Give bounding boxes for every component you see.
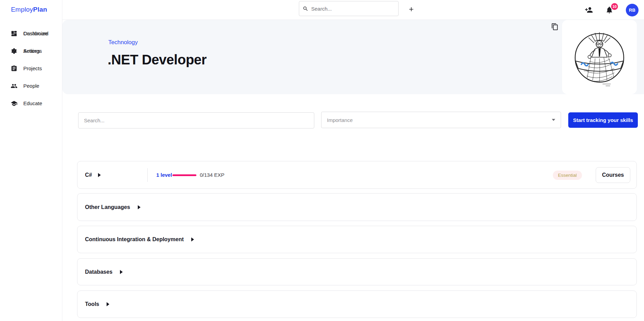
expand-arrow-icon[interactable] [98,173,101,177]
role-banner: Technology .NET Developer [62,20,644,94]
chevron-down-icon [552,119,555,121]
plus-icon [408,6,415,13]
section-card-ci-cd: Continuous Integration & Deployment [77,226,637,253]
skills-search-input[interactable] [78,112,314,128]
section-card-databases: Databases [77,258,637,285]
expand-arrow-icon[interactable] [120,270,123,274]
notification-badge: 10 [610,2,619,11]
tune-sliders-icon [11,30,17,37]
importance-select-label: Importance [327,117,552,123]
skill-card-csharp: C# 1 level 0/134 EXP Essential Courses [77,161,637,189]
sidebar-item-label: Settings [23,48,42,54]
search-icon [303,6,308,12]
expand-arrow-icon[interactable] [138,205,141,209]
employplan-app: EmployPlan Dashboard Actions Projects [0,0,644,321]
courses-button[interactable]: Courses [596,167,630,183]
expand-arrow-icon[interactable] [191,237,194,242]
sidebar-item-settings[interactable]: Settings [0,42,62,60]
person-add-icon [585,6,593,14]
copy-button[interactable] [551,22,561,32]
skill-exp: 0/134 EXP [200,161,224,188]
user-avatar[interactable]: RB [626,4,639,16]
section-title: Tools [85,301,99,307]
section-title: Other Languages [85,204,130,210]
role-illustration-panel [562,20,637,94]
skill-name: C# [85,172,92,178]
exp-progress-bar [172,174,196,176]
add-button[interactable] [406,4,417,15]
topbar-actions: 10 RB [585,0,639,20]
sidebar: EmployPlan Dashboard Actions Projects [0,0,62,321]
sidebar-item-label: Customize [23,30,48,36]
page-title: .NET Developer [108,52,207,67]
expand-arrow-icon[interactable] [107,302,109,306]
sidebar-item-customize[interactable]: Customize [0,25,62,42]
importance-select[interactable]: Importance [321,112,561,128]
importance-badge: Essential [553,171,582,180]
skill-card-row: C# 1 level 0/134 EXP Essential Courses [77,161,636,188]
skill-level: 1 level [156,161,172,188]
section-card-other-languages: Other Languages [77,193,637,221]
dotnet-illustration [565,23,634,91]
brand-logo[interactable]: EmployPlan [11,6,47,13]
start-tracking-button[interactable]: Start tracking your skills [568,112,638,128]
topbar: 10 RB [62,0,644,20]
section-title: Continuous Integration & Deployment [85,236,184,243]
sidebar-footer: Customize Settings [0,25,62,321]
copy-icon [551,23,559,30]
section-card-tools: Tools [77,291,637,318]
brand-logo-bold: Plan [33,6,47,13]
divider [147,168,148,182]
global-search-input[interactable] [311,6,395,12]
global-search [299,1,399,16]
role-category: Technology [108,39,138,46]
notifications-button[interactable]: 10 [605,5,614,14]
add-person-button[interactable] [585,5,594,14]
gear-icon [11,48,17,54]
section-title: Databases [85,269,112,275]
brand-logo-regular: Employ [11,6,33,13]
